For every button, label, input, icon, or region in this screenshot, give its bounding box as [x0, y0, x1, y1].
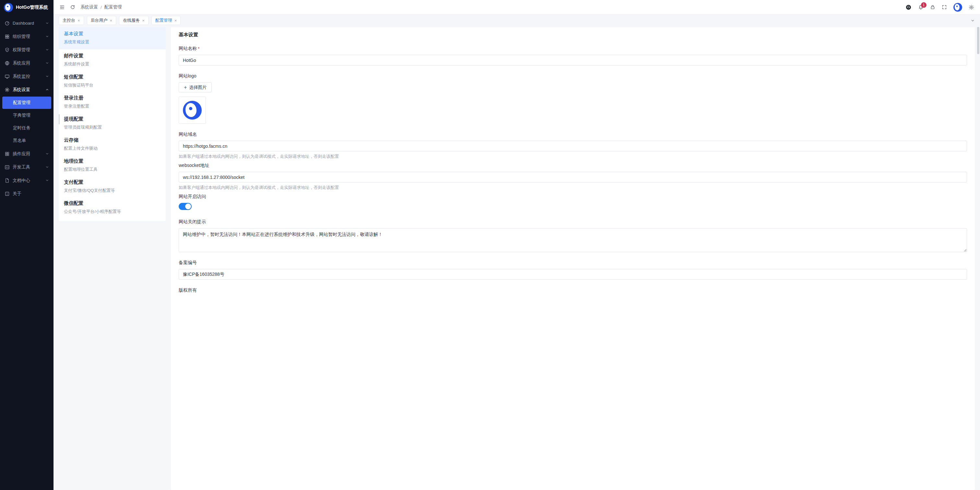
tab-label: 后台用户 — [91, 17, 108, 23]
chevron-down-icon — [45, 179, 49, 182]
sidebar-item-system-settings[interactable]: 系统设置 — [0, 83, 54, 96]
chevron-down-icon — [45, 48, 49, 52]
settings-item-subtitle: 短信验证码平台 — [64, 82, 161, 88]
sidebar-item-plugins[interactable]: 插件应用 — [0, 147, 54, 160]
site-name-input[interactable] — [179, 55, 967, 65]
settings-menu-wechat[interactable]: 微信配置 公众号/开放平台/小程序配置等 — [64, 197, 161, 218]
org-grid-icon — [5, 34, 10, 39]
shield-icon — [5, 47, 10, 52]
settings-menu-withdraw[interactable]: 提现配置 管理员提现规则配置 — [64, 113, 161, 133]
github-icon[interactable] — [905, 4, 912, 10]
sidebar-menu: Dashboard 组织管理 权限管理 — [0, 14, 54, 490]
collapse-sidebar-icon[interactable] — [59, 5, 65, 10]
sidebar-item-label: 文档中心 — [13, 178, 43, 184]
tab-console[interactable]: 主控台 × — [59, 16, 84, 25]
settings-menu-email[interactable]: 邮件设置 系统邮件设置 — [64, 49, 161, 70]
sidebar-item-label: 系统设置 — [13, 87, 43, 93]
settings-gear-icon[interactable] — [969, 5, 974, 10]
sidebar-item-permissions[interactable]: 权限管理 — [0, 43, 54, 56]
tabs-dropdown-button[interactable] — [970, 19, 975, 23]
close-tip-textarea[interactable]: 网站维护中，暂时无法访问！本网站正在进行系统维护和技术升级，网站暂时无法访问，敬… — [179, 228, 967, 252]
site-domain-label: 网站域名 — [179, 132, 967, 137]
tab-label: 在线服务 — [123, 17, 140, 23]
panel-scrollbar-thumb[interactable] — [59, 114, 60, 124]
settings-menu-basic[interactable]: 基本设置 系统常规设置 — [59, 27, 166, 49]
site-domain-input[interactable] — [179, 141, 967, 151]
tab-close-icon[interactable]: × — [110, 19, 113, 23]
site-access-label: 网站开启访问 — [179, 194, 967, 200]
site-access-toggle[interactable] — [179, 203, 192, 210]
tab-close-icon[interactable]: × — [78, 19, 80, 23]
settings-item-subtitle: 公众号/开放平台/小程序配置等 — [64, 209, 161, 214]
sidebar-item-dev-tools[interactable]: 开发工具 — [0, 160, 54, 174]
settings-item-title: 登录注册 — [64, 95, 161, 101]
websocket-input[interactable] — [179, 172, 967, 182]
required-asterisk: * — [198, 46, 199, 51]
chevron-down-icon — [45, 61, 49, 65]
user-avatar[interactable] — [953, 3, 962, 12]
form-title: 基本设置 — [179, 32, 967, 38]
tab-config-management[interactable]: 配置管理 × — [151, 16, 181, 25]
fullscreen-icon[interactable] — [942, 5, 947, 10]
sidebar-item-label: 关于 — [13, 191, 49, 197]
sidebar-subitem-dictionary[interactable]: 字典管理 — [2, 109, 51, 122]
settings-menu-payment[interactable]: 支付配置 支付宝/微信/QQ支付配置等 — [64, 176, 161, 197]
settings-item-subtitle: 配置上传文件驱动 — [64, 146, 161, 151]
about-icon — [5, 191, 10, 197]
settings-menu-cloud-storage[interactable]: 云存储 配置上传文件驱动 — [64, 133, 161, 155]
breadcrumb-item[interactable]: 配置管理 — [104, 4, 122, 10]
tab-online-service[interactable]: 在线服务 × — [119, 16, 148, 25]
page-scrollbar-track[interactable] — [977, 26, 980, 490]
settings-item-subtitle: 系统邮件设置 — [64, 61, 161, 67]
settings-menu-geo[interactable]: 地理位置 配置地理位置工具 — [64, 155, 161, 176]
submenu-item-label: 字典管理 — [13, 113, 30, 118]
sidebar-item-dashboard[interactable]: Dashboard — [0, 16, 54, 30]
submenu-item-label: 配置管理 — [13, 100, 30, 106]
refresh-icon[interactable] — [70, 5, 75, 10]
site-domain-help: 如果客户端通过本地或内网访问，则认为是调试模式，走实际请求地址，否则走该配置 — [179, 154, 967, 159]
settings-item-title: 短信配置 — [64, 74, 161, 80]
sidebar-item-organization[interactable]: 组织管理 — [0, 30, 54, 43]
content-area: 基本设置 系统常规设置 邮件设置 系统邮件设置 短信配置 短信验证码平台 登录注… — [54, 26, 980, 490]
copyright-label: 版权所有 — [179, 287, 967, 293]
chevron-down-icon — [45, 165, 49, 169]
label-text: websocket地址 — [179, 163, 209, 168]
close-tip-label: 网站关闭提示 — [179, 219, 967, 225]
label-text: 网站名称 — [179, 46, 197, 52]
settings-item-title: 基本设置 — [64, 31, 161, 37]
sidebar-subitem-blacklist[interactable]: 黑名单 — [2, 135, 51, 147]
tab-label: 主控台 — [63, 17, 75, 23]
settings-item-title: 邮件设置 — [64, 53, 161, 59]
choose-image-button[interactable]: + 选择图片 — [179, 82, 212, 92]
breadcrumb-item[interactable]: 系统设置 — [80, 4, 98, 10]
site-logo-preview[interactable] — [179, 97, 206, 124]
settings-menu-panel: 基本设置 系统常规设置 邮件设置 系统邮件设置 短信配置 短信验证码平台 登录注… — [59, 27, 166, 221]
plus-icon: + — [184, 85, 187, 90]
app-logo-row[interactable]: HotGo管理系统 — [0, 0, 54, 14]
lock-screen-icon[interactable] — [930, 5, 935, 10]
sidebar-item-docs[interactable]: 文档中心 — [0, 174, 54, 187]
label-text: 网站关闭提示 — [179, 219, 206, 225]
tab-close-icon[interactable]: × — [175, 19, 177, 23]
basic-settings-form: 基本设置 网站名称 * 网站logo + 选择图片 网站域名 — [171, 27, 975, 490]
sidebar-item-label: 系统监控 — [13, 74, 43, 79]
submenu-item-label: 定时任务 — [13, 125, 30, 131]
icp-input[interactable] — [179, 269, 967, 280]
notifications-bell-icon[interactable]: 1 — [918, 5, 924, 10]
monitor-icon — [5, 74, 10, 79]
sidebar-item-system-apps[interactable]: 系统应用 — [0, 56, 54, 70]
settings-menu-login[interactable]: 登录注册 登录注册配置 — [64, 91, 161, 113]
page-scrollbar-thumb[interactable] — [977, 27, 979, 54]
tab-close-icon[interactable]: × — [142, 19, 145, 23]
sidebar-item-label: Dashboard — [13, 21, 43, 25]
sidebar-subitem-cron[interactable]: 定时任务 — [2, 122, 51, 134]
tab-admin-users[interactable]: 后台用户 × — [87, 16, 116, 25]
settings-item-subtitle: 配置地理位置工具 — [64, 167, 161, 173]
settings-menu-sms[interactable]: 短信配置 短信验证码平台 — [64, 70, 161, 91]
settings-item-title: 云存储 — [64, 137, 161, 143]
sidebar-item-system-monitor[interactable]: 系统监控 — [0, 70, 54, 83]
sidebar-item-about[interactable]: 关于 — [0, 187, 54, 200]
settings-item-subtitle: 管理员提现规则配置 — [64, 124, 161, 130]
submenu-item-label: 黑名单 — [13, 138, 26, 144]
sidebar-subitem-config[interactable]: 配置管理 — [2, 97, 51, 109]
